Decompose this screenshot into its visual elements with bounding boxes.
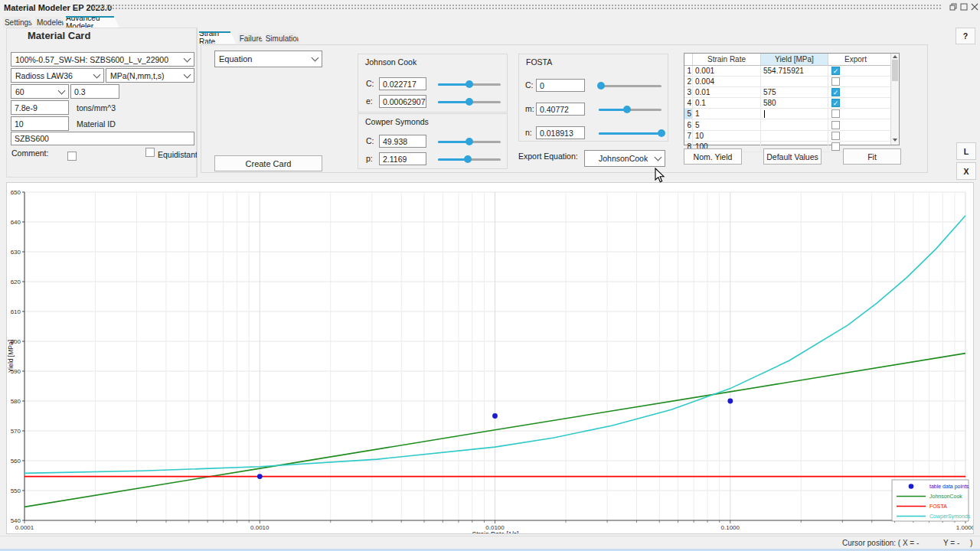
fosta-m-slider[interactable] xyxy=(599,103,662,116)
tab-simulation[interactable]: Simulation xyxy=(266,33,301,44)
export-checkbox[interactable]: ✓ xyxy=(831,67,840,75)
yield-cell[interactable] xyxy=(761,131,828,141)
yield-cell[interactable]: 580 xyxy=(761,98,828,108)
export-equation-select[interactable]: JohnsonCook xyxy=(584,150,665,167)
export-checkbox[interactable] xyxy=(831,132,840,140)
equidistant-checkbox[interactable] xyxy=(145,148,155,157)
fosta-c-slider[interactable] xyxy=(599,80,662,92)
export-checkbox[interactable] xyxy=(831,77,840,86)
svg-text:610: 610 xyxy=(11,308,21,315)
cs-c-slider[interactable] xyxy=(438,135,501,148)
export-checkbox[interactable] xyxy=(831,142,840,151)
strain-rate-cell[interactable]: 0.004 xyxy=(693,77,761,86)
strain-rate-header[interactable]: Strain Rate xyxy=(693,54,761,65)
yield-cell[interactable] xyxy=(761,77,828,86)
export-checkbox[interactable] xyxy=(831,109,840,118)
density-field[interactable]: 7.8e-9 xyxy=(11,100,69,115)
equation-select[interactable]: Equation xyxy=(214,51,322,67)
fosta-n-field[interactable]: 0.018913 xyxy=(536,126,585,139)
cowper-symonds-group: Cowper Symonds C: 49.938 p: 2.1169 xyxy=(358,113,508,169)
table-row[interactable]: 10.001554.715921✓ xyxy=(684,66,899,77)
tab-failure[interactable]: Failure xyxy=(238,33,264,44)
strain-rate-chart[interactable]: 5405505605705805906006106206306406500.00… xyxy=(7,183,973,533)
material-name-field[interactable]: SZBS600 xyxy=(11,132,194,145)
export-checkbox[interactable] xyxy=(831,121,840,129)
fosta-n-slider[interactable] xyxy=(599,127,662,139)
comment-checkbox[interactable] xyxy=(67,152,77,161)
slider-thumb[interactable] xyxy=(597,82,605,90)
row-number[interactable]: 6 xyxy=(684,119,693,129)
row-number[interactable]: 5 xyxy=(684,109,693,119)
export-header[interactable]: Export xyxy=(828,54,883,65)
slider-thumb[interactable] xyxy=(623,106,631,113)
strain-rate-cell[interactable]: 5 xyxy=(693,119,761,129)
law-select[interactable]: Radioss LAW36 xyxy=(11,68,104,83)
strain-rate-table[interactable]: Strain Rate Yield [MPa] Export 10.001554… xyxy=(684,53,900,145)
help-button[interactable]: ? xyxy=(956,28,975,44)
strain-rate-cell[interactable]: 0.01 xyxy=(693,87,761,97)
tab-advanced-modeler[interactable]: Advanced Modeler xyxy=(66,16,119,28)
table-row[interactable]: 65 xyxy=(684,119,899,130)
row-number-header xyxy=(684,54,693,65)
tab-strain-rate[interactable]: Strain Rate xyxy=(199,31,236,44)
fosta-c-field[interactable]: 0 xyxy=(536,79,585,92)
fit-button[interactable]: Fit xyxy=(843,148,901,165)
row-number[interactable]: 4 xyxy=(684,98,693,108)
row-number[interactable]: 2 xyxy=(684,77,693,86)
yield-header[interactable]: Yield [MPa] xyxy=(761,54,828,65)
table-row[interactable]: 51 xyxy=(684,109,899,119)
nom-yield-button[interactable]: Nom. Yield xyxy=(684,148,742,165)
tab-modeler[interactable]: Modeler xyxy=(35,17,66,28)
cs-p-field[interactable]: 2.1169 xyxy=(379,152,426,165)
yield-cell[interactable]: 554.715921 xyxy=(761,66,828,76)
l-panel-button[interactable]: L xyxy=(956,142,976,160)
poisson-field[interactable]: 0.3 xyxy=(70,84,119,99)
strain-rate-cell[interactable]: 10 xyxy=(693,131,761,141)
row-number[interactable]: 7 xyxy=(684,131,693,141)
table-scrollbar[interactable] xyxy=(890,54,899,145)
jc-c-field[interactable]: 0.022717 xyxy=(379,77,426,90)
cs-p-slider[interactable] xyxy=(438,153,501,165)
jc-e-slider[interactable] xyxy=(438,96,501,108)
unit-select[interactable]: MPa(N,mm,t,s) xyxy=(106,68,194,83)
row-number[interactable]: 3 xyxy=(684,87,693,97)
slider-thumb[interactable] xyxy=(464,155,472,163)
jc-e-field[interactable]: 0.00062907 xyxy=(379,95,426,108)
cursor-paren-label: ) xyxy=(970,539,972,547)
fosta-m-field[interactable]: 0.40772 xyxy=(536,103,585,116)
table-row[interactable]: 30.01575✓ xyxy=(684,87,899,98)
export-checkbox[interactable]: ✓ xyxy=(831,99,840,107)
strain-rate-cell[interactable]: 1 xyxy=(693,109,761,119)
slider-thumb[interactable] xyxy=(466,138,473,145)
material-select[interactable]: 100%-0.57_SW-SH: SZBS600_L_v_22900 xyxy=(11,52,194,67)
table-row[interactable]: 40.1580✓ xyxy=(684,98,899,109)
yield-cell[interactable]: 575 xyxy=(761,87,828,97)
scrollbar-thumb[interactable] xyxy=(892,60,898,81)
float-window-icon[interactable] xyxy=(949,3,957,12)
jc-c-slider[interactable] xyxy=(438,78,501,90)
yield-cell[interactable] xyxy=(761,119,828,129)
tab-settings[interactable]: Settings xyxy=(3,17,34,28)
slider-thumb[interactable] xyxy=(466,80,473,88)
export-checkbox[interactable]: ✓ xyxy=(831,88,840,96)
maximize-icon[interactable] xyxy=(960,3,968,12)
yield-select[interactable]: 60 xyxy=(11,84,69,99)
yield-cell[interactable] xyxy=(761,109,828,119)
default-values-button[interactable]: Default Values xyxy=(763,148,822,165)
x-panel-button[interactable]: X xyxy=(956,162,976,180)
close-icon[interactable] xyxy=(971,3,978,12)
table-row[interactable]: 710 xyxy=(684,131,899,142)
svg-text:Yield [MPa]: Yield [MPa] xyxy=(7,340,15,373)
table-row[interactable]: 20.004 xyxy=(684,77,899,87)
strain-rate-cell[interactable]: 0.1 xyxy=(693,98,761,108)
drag-grip[interactable] xyxy=(93,4,942,10)
strain-rate-cell[interactable]: 0.001 xyxy=(693,66,761,76)
material-id-field[interactable]: 10 xyxy=(11,116,69,131)
slider-thumb[interactable] xyxy=(466,98,473,106)
create-card-button[interactable]: Create Card xyxy=(214,155,322,171)
scroll-down-icon[interactable] xyxy=(893,139,897,142)
row-number[interactable]: 1 xyxy=(684,66,693,76)
slider-thumb[interactable] xyxy=(658,129,665,137)
scroll-up-icon[interactable] xyxy=(893,55,897,58)
cs-c-field[interactable]: 49.938 xyxy=(379,135,426,148)
